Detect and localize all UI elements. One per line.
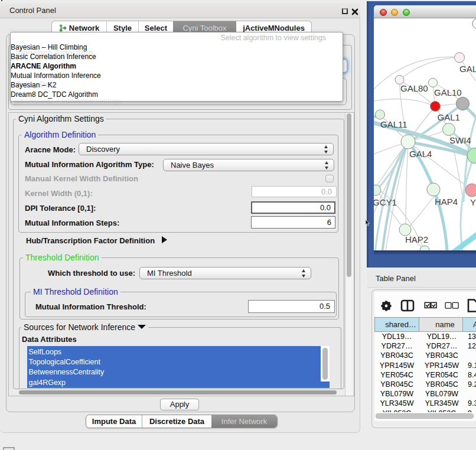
svg-text:GAL4: GAL4	[409, 149, 432, 159]
svg-text:GCY1: GCY1	[374, 197, 397, 207]
svg-text:SWI4: SWI4	[449, 135, 471, 145]
svg-text:GAL80: GAL80	[400, 83, 428, 93]
svg-text:GAL7: GAL7	[459, 64, 476, 74]
svg-text:GAL1: GAL1	[438, 112, 460, 122]
svg-text:Y: Y	[470, 197, 476, 207]
svg-text:HAP2: HAP2	[405, 234, 428, 244]
svg-text:HAP4: HAP4	[435, 197, 458, 207]
svg-text:GAL11: GAL11	[380, 119, 407, 129]
svg-text:GAL10: GAL10	[434, 87, 462, 97]
